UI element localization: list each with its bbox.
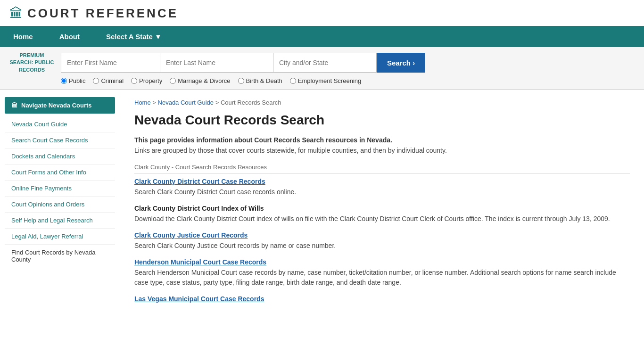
- breadcrumb-state[interactable]: Nevada Court Guide: [158, 99, 214, 106]
- last-name-input[interactable]: [160, 53, 273, 73]
- record-clark-district-desc: Search Clark County District Court case …: [134, 187, 630, 197]
- radio-public[interactable]: Public: [61, 77, 85, 84]
- premium-label: PREMIUM SEARCH: PUBLIC RECORDS: [9, 52, 54, 74]
- sidebar-item-self-help[interactable]: Self Help and Legal Research: [5, 213, 115, 229]
- record-clark-district: Clark County District Court Case Records…: [134, 178, 630, 197]
- sidebar-item-search-court-case-records[interactable]: Search Court Case Records: [5, 132, 115, 148]
- intro-bold: This page provides information about Cou…: [134, 136, 630, 144]
- site-title: COURT REFERENCE: [27, 6, 178, 21]
- radio-birth-death[interactable]: Birth & Death: [238, 77, 282, 84]
- nav-about[interactable]: About: [46, 26, 93, 47]
- sidebar-item-nevada-court-guide[interactable]: Nevada Court Guide: [5, 116, 115, 132]
- record-las-vegas-municipal: Las Vegas Municipal Court Case Records: [134, 295, 630, 303]
- sidebar-icon: 🏛: [11, 102, 17, 109]
- record-henderson-municipal: Henderson Municipal Court Case Records S…: [134, 258, 630, 288]
- record-las-vegas-municipal-link[interactable]: Las Vegas Municipal Court Case Records: [134, 295, 264, 303]
- city-state-input[interactable]: [273, 53, 377, 73]
- record-henderson-municipal-link[interactable]: Henderson Municipal Court Case Records: [134, 258, 266, 266]
- record-clark-justice-link[interactable]: Clark County Justice Court Records: [134, 231, 248, 239]
- sidebar-item-online-fine-payments[interactable]: Online Fine Payments: [5, 181, 115, 197]
- breadcrumb-current: Court Records Search: [221, 99, 281, 106]
- intro-text: Links are grouped by those that cover co…: [134, 147, 630, 154]
- radio-row: Public Criminal Property Marriage & Divo…: [9, 74, 635, 89]
- record-clark-justice-desc: Search Clark County Justice Court record…: [134, 241, 630, 251]
- breadcrumb-sep1: >: [152, 99, 157, 106]
- section-header: Clark County - Court Search Records Reso…: [134, 164, 630, 174]
- breadcrumb: Home > Nevada Court Guide > Court Record…: [134, 99, 630, 106]
- radio-employment[interactable]: Employment Screening: [290, 77, 361, 84]
- nav-select-state[interactable]: Select A State ▼: [93, 26, 175, 47]
- search-section: PREMIUM SEARCH: PUBLIC RECORDS Search › …: [0, 47, 644, 90]
- sidebar-item-dockets-calendars[interactable]: Dockets and Calendars: [5, 148, 115, 165]
- sidebar: 🏛 Navigate Nevada Courts Nevada Court Gu…: [0, 90, 120, 362]
- first-name-input[interactable]: [61, 53, 160, 73]
- sidebar-nav-header: 🏛 Navigate Nevada Courts: [5, 97, 115, 114]
- radio-criminal[interactable]: Criminal: [93, 77, 124, 84]
- record-clark-wills-title: Clark County District Court Index of Wil…: [134, 205, 630, 212]
- main-wrapper: 🏛 Navigate Nevada Courts Nevada Court Gu…: [0, 90, 644, 362]
- breadcrumb-sep2: >: [215, 99, 221, 106]
- search-button[interactable]: Search ›: [377, 53, 425, 73]
- main-content: Home > Nevada Court Guide > Court Record…: [120, 90, 644, 362]
- record-clark-wills-desc: Download the Clark County District Court…: [134, 214, 630, 224]
- record-clark-justice: Clark County Justice Court Records Searc…: [134, 231, 630, 251]
- search-row: PREMIUM SEARCH: PUBLIC RECORDS Search ›: [9, 52, 635, 74]
- find-records-label: Find Court Records by Nevada County: [5, 245, 115, 267]
- breadcrumb-home[interactable]: Home: [134, 99, 151, 106]
- page-title: Nevada Court Records Search: [134, 113, 630, 128]
- radio-marriage-divorce[interactable]: Marriage & Divorce: [170, 77, 230, 84]
- record-clark-wills: Clark County District Court Index of Wil…: [134, 205, 630, 224]
- sidebar-item-court-opinions[interactable]: Court Opinions and Orders: [5, 197, 115, 213]
- courthouse-icon: 🏛: [9, 6, 23, 21]
- logo-area: 🏛 COURT REFERENCE: [9, 6, 178, 26]
- sidebar-item-legal-aid[interactable]: Legal Aid, Lawyer Referral: [5, 229, 115, 245]
- record-henderson-municipal-desc: Search Henderson Municipal Court case re…: [134, 268, 630, 288]
- radio-property[interactable]: Property: [131, 77, 162, 84]
- sidebar-item-court-forms[interactable]: Court Forms and Other Info: [5, 165, 115, 181]
- site-header: 🏛 COURT REFERENCE: [0, 0, 644, 26]
- nav-home[interactable]: Home: [0, 26, 46, 47]
- main-nav: Home About Select A State ▼: [0, 26, 644, 47]
- record-clark-district-link[interactable]: Clark County District Court Case Records: [134, 178, 265, 185]
